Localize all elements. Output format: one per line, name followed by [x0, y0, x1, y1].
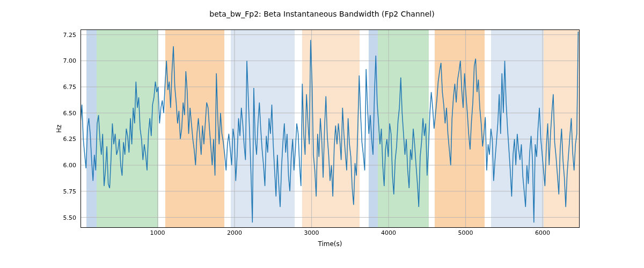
- x-tick-label: 5000: [458, 229, 473, 236]
- y-axis-label: Hz: [55, 124, 63, 132]
- x-tick-label: 3000: [304, 229, 319, 236]
- x-tick-label: 6000: [535, 229, 550, 236]
- x-tick-label: 1000: [150, 229, 165, 236]
- x-axis-label: Time(s): [80, 240, 580, 248]
- y-tick-label: 5.75: [55, 188, 76, 195]
- plot-frame: [80, 29, 580, 228]
- y-tick-label: 6.50: [55, 109, 76, 116]
- y-tick-label: 6.25: [55, 136, 76, 143]
- x-tick-label: 4000: [381, 229, 396, 236]
- y-tick-label: 5.50: [55, 214, 76, 221]
- y-tick-label: 6.00: [55, 162, 76, 169]
- y-tick-label: 7.00: [55, 57, 76, 64]
- chart-title: beta_bw_Fp2: Beta Instantaneous Bandwidt…: [0, 10, 644, 18]
- y-tick-label: 6.75: [55, 84, 76, 91]
- chart-figure: beta_bw_Fp2: Beta Instantaneous Bandwidt…: [0, 0, 644, 268]
- chart-axes: [80, 29, 580, 228]
- y-tick-label: 7.25: [55, 31, 76, 38]
- x-tick-label: 2000: [227, 229, 242, 236]
